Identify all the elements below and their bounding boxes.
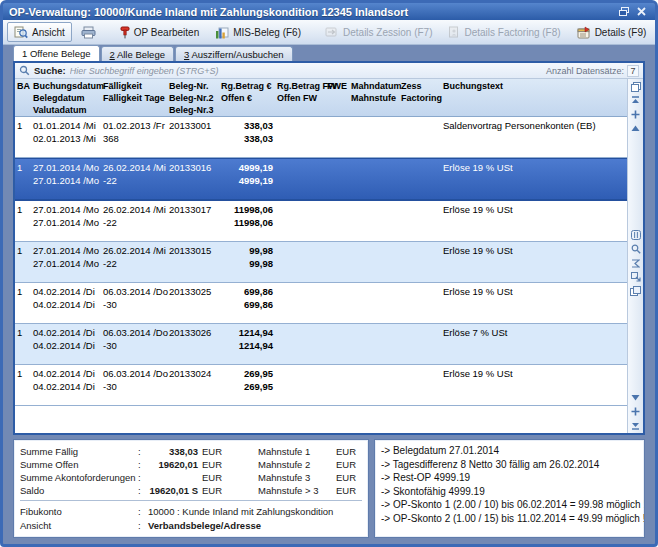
tab-strip: 1 Offene Belege 2 Alle Belege 3 Ausziffe… (3, 45, 655, 61)
cell-rg-betrag: 338,03 (221, 119, 277, 132)
table-row[interactable]: 1 04.02.2014 /Di 04.02.2014 /Di 06.03.20… (15, 324, 627, 365)
restore-window-icon[interactable] (616, 6, 631, 18)
cell-rg-betrag: 4999,19 (221, 161, 277, 174)
fibukonto-row: Fibukonto : 10000 : Kunde Inland mit Zah… (20, 504, 362, 518)
cell-faelligkeit: 26.02.2014 /Mi (103, 161, 169, 174)
info-panel: -> Belegdatum 27.01.2014-> Tagesdifferen… (374, 439, 645, 538)
cell-belegdatum: 27.01.2014 /Mo (33, 174, 103, 187)
cell-ba: 1 (17, 161, 33, 174)
cell-faelligkeit-tage: -30 (103, 380, 169, 393)
summary-divider (20, 500, 362, 501)
table-row[interactable]: 1 04.02.2014 /Di 04.02.2014 /Di 06.03.20… (15, 283, 627, 324)
form-details-icon (577, 26, 591, 39)
cell-belegdatum: 04.02.2014 /Di (33, 298, 103, 311)
col-zess-factoring: ZessFactoring (401, 80, 443, 116)
details-zession-button[interactable]: Details Zession (F7) (318, 22, 439, 42)
cell-buchungsdatum: 01.01.2014 /Mi (33, 119, 103, 132)
cell-beleg-nr: 20133025 (169, 285, 221, 298)
cell-faelligkeit-tage: -22 (103, 216, 169, 229)
window-title: OP-Verwaltung: 10000/Kunde Inland mit Za… (9, 6, 613, 18)
col-faelligkeit: FälligkeitFälligkeit Tage (103, 80, 169, 116)
cell-buchungsdatum: 27.01.2014 /Mo (33, 244, 103, 257)
info-line: -> OP-Skonto 1 (2.00 / 10) bis 06.02.201… (381, 498, 645, 512)
table-row[interactable]: 1 27.01.2014 /Mo 27.01.2014 /Mo 26.02.20… (15, 201, 627, 242)
cell-offen: 11998,06 (221, 216, 277, 229)
zoom-icon[interactable] (630, 244, 642, 255)
summary-currency: EUR (202, 472, 232, 483)
ansicht-button[interactable]: Ansicht (7, 22, 72, 42)
mis-beleg-button[interactable]: MIS-Beleg (F6) (208, 22, 308, 42)
table-row[interactable]: 1 27.01.2014 /Mo 27.01.2014 /Mo 26.02.20… (15, 158, 627, 201)
details-zession-button-label: Details Zession (F7) (343, 27, 432, 38)
grid-header[interactable]: BA BuchungsdatumBelegdatumValutadatum Fä… (15, 79, 627, 117)
cell-ba: 1 (17, 285, 33, 298)
cell-buchungsdatum: 04.02.2014 /Di (33, 367, 103, 380)
document-person-icon (448, 26, 460, 38)
table-row[interactable]: 1 27.01.2014 /Mo 27.01.2014 /Mo 26.02.20… (15, 242, 627, 283)
toolbar: Ansicht OP Bearbeiten MIS-Beleg (F6) Det (3, 20, 655, 45)
tab-offene-belege[interactable]: 1 Offene Belege (13, 45, 100, 61)
print-button[interactable] (74, 22, 103, 42)
cell-faelligkeit: 26.02.2014 /Mi (103, 203, 169, 216)
summary-label: Summe Akontoforderungen (20, 472, 138, 483)
col-buchungstext: Buchungstext (443, 80, 627, 116)
cell-faelligkeit-tage: 368 (103, 132, 169, 145)
ansicht-button-label: Ansicht (32, 27, 65, 38)
titlebar: OP-Verwaltung: 10000/Kunde Inland mit Za… (3, 3, 655, 20)
open-items-panel: Suche: Anzahl Datensätze:7 BA Buchungsda… (13, 61, 645, 435)
tab-ausziffern-ausbuchen[interactable]: 3 Ausziffern/Ausbuchen (175, 46, 293, 61)
info-line: -> Skontofähig 4999.19 (381, 485, 645, 499)
page-down-icon[interactable] (630, 392, 642, 403)
cell-offen: 1214,94 (221, 339, 277, 352)
cell-offen: 699,86 (221, 298, 277, 311)
cell-faelligkeit-tage: -30 (103, 298, 169, 311)
summary-panel: Summe Fällig : 338,03 EUR Mahnstufe 1 EU… (13, 439, 369, 538)
op-bearbeiten-button[interactable]: OP Bearbeiten (113, 22, 206, 42)
close-icon[interactable] (634, 6, 649, 18)
mahnstufe-label: Mahnstufe 1 (258, 446, 336, 457)
cell-offen: 338,03 (221, 132, 277, 145)
details-button[interactable]: Details (F9) (570, 22, 654, 42)
fibukonto-label: Fibukonto (20, 506, 138, 517)
sum-icon[interactable] (630, 258, 642, 269)
report-icon[interactable] (630, 286, 642, 297)
details-factoring-button[interactable]: Details Factoring (F8) (441, 22, 567, 42)
cell-offen: 4999,19 (221, 174, 277, 187)
table-row[interactable]: 1 01.01.2014 /Mi 02.01.2013 /Mi 01.02.20… (15, 117, 627, 158)
open-items-grid: BA BuchungsdatumBelegdatumValutadatum Fä… (15, 79, 627, 433)
cell-buchungstext: Erlöse 7 % USt (443, 326, 627, 339)
grid-side-toolbar (627, 79, 643, 433)
scroll-up-icon[interactable] (630, 109, 642, 120)
col-fwe: FWE (327, 80, 351, 116)
page-up-icon[interactable] (630, 123, 642, 134)
col-ba: BA (17, 80, 33, 116)
summary-row: Summe Akontoforderungen : EUR Mahnstufe … (20, 471, 362, 484)
columns-icon[interactable] (630, 230, 642, 241)
scroll-to-top-icon[interactable] (630, 95, 642, 106)
copy-pages-icon[interactable] (630, 81, 642, 92)
search-input[interactable] (70, 66, 542, 76)
cell-rg-betrag: 11998,06 (221, 203, 277, 216)
mahnstufe-currency: EUR (336, 459, 362, 470)
scroll-to-bottom-icon[interactable] (630, 420, 642, 431)
info-line: -> Tagesdifferenz 8 Netto 30 fällig am 2… (381, 458, 645, 472)
content-area: Suche: Anzahl Datensätze:7 BA Buchungsda… (3, 61, 655, 544)
cell-beleg-nr: 20133024 (169, 367, 221, 380)
tab-alle-belege[interactable]: 2 Alle Belege (101, 46, 174, 61)
summary-rows: Summe Fällig : 338,03 EUR Mahnstufe 1 EU… (20, 445, 362, 497)
table-row[interactable]: 1 04.02.2014 /Di 04.02.2014 /Di 06.03.20… (15, 365, 627, 406)
summary-row: Summe Offen : 19620,01 EUR Mahnstufe 2 E… (20, 458, 362, 471)
cell-buchungsdatum: 27.01.2014 /Mo (33, 203, 103, 216)
cell-faelligkeit-tage: -22 (103, 257, 169, 270)
scroll-down-icon[interactable] (630, 406, 642, 417)
export-icon[interactable] (630, 272, 642, 283)
info-line: -> Rest-OP 4999.19 (381, 471, 645, 485)
col-mahndatum: MahndatumMahnstufe (351, 80, 401, 116)
cell-faelligkeit: 06.03.2014 /Do (103, 326, 169, 339)
cell-faelligkeit: 06.03.2014 /Do (103, 285, 169, 298)
document-link-icon (325, 26, 339, 38)
cell-faelligkeit: 01.02.2013 /Fr (103, 119, 169, 132)
cell-ba: 1 (17, 326, 33, 339)
cell-beleg-nr: 20133015 (169, 244, 221, 257)
cell-faelligkeit: 26.02.2014 /Mi (103, 244, 169, 257)
